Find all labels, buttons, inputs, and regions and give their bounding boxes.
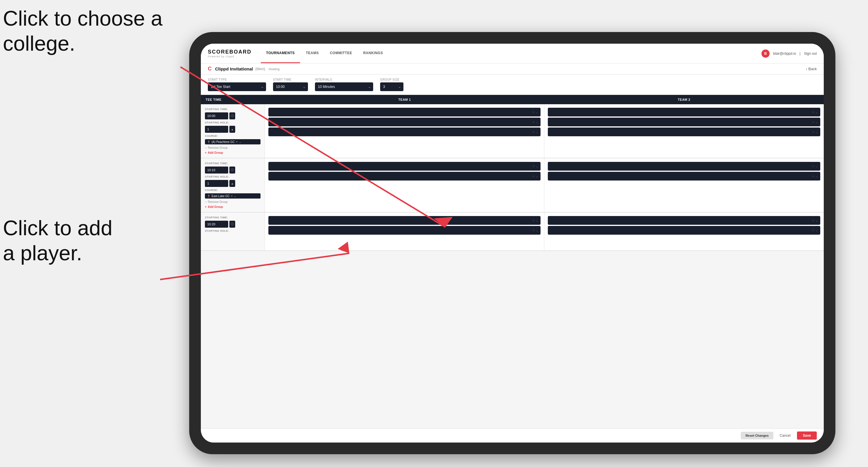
remove-group-2[interactable]: ○ Remove Group xyxy=(205,200,260,204)
sign-out-link[interactable]: Sign out xyxy=(804,52,817,56)
group-size-wrapper: 3 xyxy=(380,83,403,91)
start-time-label: Start Time xyxy=(273,78,308,81)
group-size-select[interactable]: 3 xyxy=(380,83,403,91)
group-size-label: Group Size xyxy=(380,78,403,81)
app-header: SCOREBOARD Powered by clippd TOURNAMENTS… xyxy=(201,44,824,63)
nav-tab-tournaments[interactable]: TOURNAMENTS xyxy=(261,44,300,63)
tee-time-row-2: STARTING TIME: ⓘ STARTING HOLE: ▲ COURSE… xyxy=(201,158,824,212)
team2-col-1: × ⌄ × ⌄ × ⌄ xyxy=(544,104,824,158)
intervals-select[interactable]: 10 Minutes xyxy=(315,83,373,91)
slot-chevron-1-2[interactable]: ⌄ xyxy=(535,120,538,124)
cancel-button[interactable]: Cancel xyxy=(776,432,794,440)
tee-time-section-2: STARTING TIME: ⓘ STARTING HOLE: ▲ COURSE… xyxy=(201,158,824,213)
starting-time-label-1: STARTING TIME: xyxy=(205,108,260,111)
tee-time-controls-1: STARTING TIME: ⓘ STARTING HOLE: ▲ COURSE… xyxy=(201,104,265,158)
tee-time-section-3: STARTING TIME: ⓘ STARTING HOLE: × ⌄ xyxy=(201,213,824,251)
logo-text: SCOREBOARD xyxy=(208,49,251,55)
remove-group-1[interactable]: ○ Remove Group xyxy=(205,146,260,149)
starting-time-input-row-1: ⓘ xyxy=(205,113,260,119)
logo-area: SCOREBOARD Powered by clippd xyxy=(208,49,251,58)
th-tee-time: Tee Time xyxy=(201,98,265,101)
tee-time-controls-3: STARTING TIME: ⓘ STARTING HOLE: xyxy=(201,213,265,250)
starting-time-input-2[interactable] xyxy=(205,166,228,174)
th-team2: Team 2 xyxy=(544,98,824,101)
team1-col-2: × ⌄ × ⌄ xyxy=(265,158,544,212)
player-slot-2-1[interactable]: × ⌄ xyxy=(548,108,820,117)
header-right: B blair@clippd.io | Sign out xyxy=(762,50,817,58)
player-slot-3-1[interactable]: × ⌄ xyxy=(268,162,540,170)
player-slot-1-2[interactable]: × ⌄ xyxy=(268,118,540,126)
starting-time-input-3[interactable] xyxy=(205,221,228,228)
separator: | xyxy=(800,52,801,56)
schedule-area: STARTING TIME: ⓘ STARTING HOLE: ▲ COURSE… xyxy=(201,104,824,428)
start-type-group: Start Type 1st Tee Start xyxy=(208,78,266,91)
time-info-btn-1[interactable]: ⓘ xyxy=(229,113,235,119)
starting-hole-input-row-2: ▲ xyxy=(205,180,260,187)
player-slot-6-1[interactable]: × ⌄ xyxy=(548,216,820,225)
nav-tabs: TOURNAMENTS TEAMS COMMITTEE RANKINGS xyxy=(261,44,762,63)
start-time-select[interactable]: 10:00 xyxy=(273,83,308,91)
player-slot-1-1[interactable]: × ⌄ xyxy=(268,108,540,117)
tournament-title: Clippd Invitational xyxy=(215,66,253,71)
nav-tab-teams[interactable]: TEAMS xyxy=(301,44,324,63)
start-type-select[interactable]: 1st Tee Start xyxy=(208,83,266,91)
player-slot-2-2[interactable]: × ⌄ xyxy=(548,118,820,126)
player-slot-5-1[interactable]: × ⌄ xyxy=(268,216,540,225)
start-type-wrapper: 1st Tee Start xyxy=(208,83,266,91)
nav-tab-rankings[interactable]: RANKINGS xyxy=(358,44,388,63)
player-slot-5-2[interactable]: × ⌄ xyxy=(268,226,540,235)
team1-col-1: × ⌄ × ⌄ × ⌄ xyxy=(265,104,544,158)
intervals-label: Intervals xyxy=(315,78,373,81)
hole-up-btn-2[interactable]: ▲ xyxy=(229,180,235,187)
slot-close-1-2[interactable]: × xyxy=(533,120,534,124)
add-group-2[interactable]: + Add Group xyxy=(205,205,260,209)
starting-time-label-3: STARTING TIME: xyxy=(205,216,260,219)
player-slot-3-2[interactable]: × ⌄ xyxy=(268,172,540,181)
slot-chevron-1-3[interactable]: ⌄ xyxy=(535,130,538,134)
save-button[interactable]: Save xyxy=(797,432,817,440)
course-tag-1[interactable]: 🏌 (A) Peachtree GC × ⌄ xyxy=(205,139,260,145)
th-team1: Team 1 xyxy=(265,98,544,101)
starting-hole-input-1[interactable] xyxy=(205,126,228,133)
player-slot-2-3[interactable]: × ⌄ xyxy=(548,127,820,136)
starting-hole-input-2[interactable] xyxy=(205,180,228,187)
reset-button[interactable]: Reset Changes xyxy=(741,432,773,439)
nav-tab-committee[interactable]: COMMITTEE xyxy=(324,44,358,63)
group-size-group: Group Size 3 xyxy=(380,78,403,91)
logo-sub: Powered by clippd xyxy=(208,55,251,58)
player-slot-1-3[interactable]: × ⌄ xyxy=(268,127,540,136)
add-group-1[interactable]: + Add Group xyxy=(205,151,260,154)
team2-col-2: × ⌄ × ⌄ xyxy=(544,158,824,212)
starting-time-input-1[interactable] xyxy=(205,113,228,119)
starting-hole-label-3: STARTING HOLE: xyxy=(205,229,260,232)
player-slot-4-1[interactable]: × ⌄ xyxy=(548,162,820,170)
slot-close-1-3[interactable]: × xyxy=(533,130,534,134)
intervals-wrapper: 10 Minutes xyxy=(315,83,373,91)
time-info-btn-3[interactable]: ⓘ xyxy=(229,221,235,228)
tablet-screen: SCOREBOARD Powered by clippd TOURNAMENTS… xyxy=(201,44,824,442)
tee-time-section-1: STARTING TIME: ⓘ STARTING HOLE: ▲ COURSE… xyxy=(201,104,824,158)
intervals-group: Intervals 10 Minutes xyxy=(315,78,373,91)
annotation-top: Click to choose a college. xyxy=(3,6,162,56)
starting-hole-label-2: STARTING HOLE: xyxy=(205,175,260,178)
player-slot-4-2[interactable]: × ⌄ xyxy=(548,172,820,181)
hole-up-btn-1[interactable]: ▲ xyxy=(229,126,235,133)
course-label-2: COURSE: xyxy=(205,189,260,192)
course-label-1: COURSE: xyxy=(205,134,260,137)
starting-time-input-row-3: ⓘ xyxy=(205,221,260,228)
time-info-btn-2[interactable]: ⓘ xyxy=(229,166,235,174)
start-time-group: Start Time 10:00 xyxy=(273,78,308,91)
slot-close-1-1[interactable]: × xyxy=(533,110,534,114)
slot-chevron-1-1[interactable]: ⌄ xyxy=(535,110,538,114)
hosting-badge: Hosting xyxy=(269,67,279,71)
tee-time-controls-2: STARTING TIME: ⓘ STARTING HOLE: ▲ COURSE… xyxy=(201,158,265,212)
tablet-frame: SCOREBOARD Powered by clippd TOURNAMENTS… xyxy=(189,32,835,454)
starting-hole-label-1: STARTING HOLE: xyxy=(205,121,260,124)
start-time-wrapper: 10:00 xyxy=(273,83,308,91)
course-tag-2[interactable]: 🏌 East Lake GC × ⌄ xyxy=(205,193,260,198)
back-button[interactable]: ‹ Back xyxy=(806,67,817,71)
sub-header: C Clippd Invitational (Men) Hosting ‹ Ba… xyxy=(201,63,824,74)
player-slot-6-2[interactable]: × ⌄ xyxy=(548,226,820,235)
annotation-mid: Click to add a player. xyxy=(3,215,112,266)
user-avatar: B xyxy=(762,50,770,58)
